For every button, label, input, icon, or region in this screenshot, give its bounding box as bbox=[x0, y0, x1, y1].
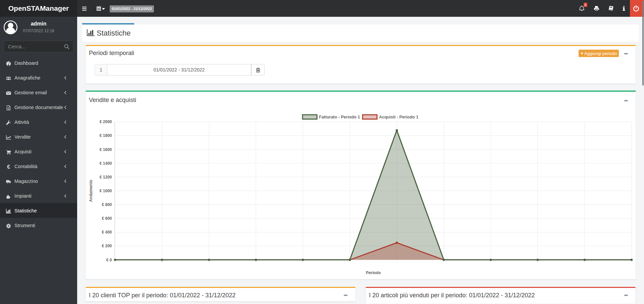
svg-text:€ 200: € 200 bbox=[102, 244, 112, 248]
svg-text:€ 800: € 800 bbox=[102, 202, 112, 207]
svg-text:€ 400: € 400 bbox=[102, 230, 112, 235]
svg-text:€ 2000: € 2000 bbox=[100, 119, 112, 124]
svg-text:Acquisti - Periodo 1: Acquisti - Periodo 1 bbox=[379, 115, 418, 119]
svg-text:€ 1000: € 1000 bbox=[100, 189, 112, 193]
svg-text:€ 1800: € 1800 bbox=[100, 133, 112, 138]
svg-text:€ 600: € 600 bbox=[102, 216, 112, 221]
svg-text:€: € bbox=[7, 164, 10, 169]
svg-text:Andamento: Andamento bbox=[89, 180, 93, 202]
svg-text:€ 1600: € 1600 bbox=[100, 147, 112, 152]
svg-text:€ 0: € 0 bbox=[106, 258, 112, 262]
svg-text:€ 1200: € 1200 bbox=[100, 175, 112, 180]
svg-text:Periodo: Periodo bbox=[366, 270, 381, 275]
svg-text:Fatturato - Periodo 1: Fatturato - Periodo 1 bbox=[319, 115, 360, 119]
svg-text:€ 1400: € 1400 bbox=[100, 161, 112, 166]
